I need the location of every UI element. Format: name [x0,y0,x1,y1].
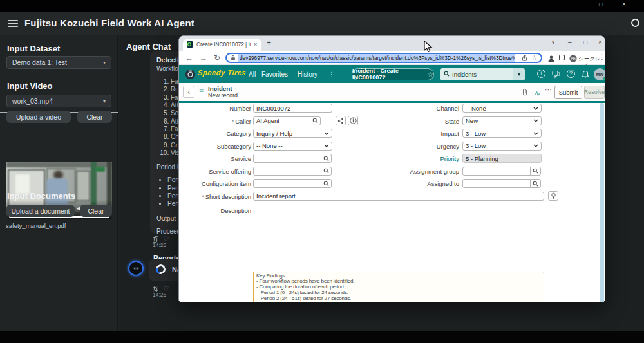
assignment-group-lookup-icon[interactable] [530,167,541,176]
brand-logo-icon[interactable] [185,69,196,82]
browser-toolbar: ← → ↻ dev296977.service-now.com/now/nav/… [179,51,605,65]
form-scrollbar[interactable] [600,103,604,303]
address-bar[interactable]: dev296977.service-now.com/now/nav/ui/cla… [225,53,542,64]
reload-icon[interactable]: ↻ [214,53,220,62]
video-select-value: work_03.mp4 [12,97,53,105]
hamburger-icon[interactable] [8,20,18,27]
nav-all[interactable]: All [249,71,256,78]
maximize-icon[interactable]: □ [583,39,587,46]
search-scope-caret[interactable]: ▾ [513,68,525,80]
nav-more-icon[interactable]: ⋮ [328,71,335,78]
priority-link[interactable]: Priority [440,155,459,162]
more-actions-icon[interactable]: ⋯ [545,86,552,94]
loading-spinner-icon [155,263,167,276]
app-title: Fujitsu Kozuchi Field Work AI Agent [24,17,194,28]
video-select[interactable]: work_03.mp4 ▾ [6,95,111,107]
urgency-select[interactable]: 3 - Low [462,142,542,151]
window-menu-icon[interactable]: ∨ [551,39,555,45]
back-icon[interactable]: ← [185,53,193,62]
bookmark-star-icon[interactable]: ☆ [531,54,537,61]
servicenow-header: Speedy Tires All Favorites History ⋮ Inc… [179,65,605,83]
nav-favorites[interactable]: Favorites [261,71,288,78]
service-offering-input[interactable] [253,167,321,176]
suggestion-lightbulb-icon[interactable] [548,191,558,201]
configuration-item-lookup-icon[interactable] [321,179,332,188]
configuration-item-input[interactable] [253,179,321,188]
side-panel-icon[interactable] [559,55,565,60]
profile-icon[interactable] [547,53,555,65]
status-ring-icon [631,19,639,27]
minimize-icon[interactable]: – [573,1,583,8]
state-select[interactable]: New [462,116,542,125]
clear-document-button[interactable]: Clear [80,205,112,217]
caller-lookup-icon[interactable] [310,116,321,125]
category-select[interactable]: Inquiry / Help [253,129,332,138]
field-label-assigned-to: Assigned to [388,180,459,187]
document-name: safety_manual_en.pdf [6,222,66,229]
brand-name[interactable]: Speedy Tires [197,69,246,77]
os-bottom-bar [0,331,644,343]
global-search[interactable]: Incidents ▾ [440,68,525,80]
close-icon[interactable]: × [598,39,602,46]
channel-select[interactable]: -- None -- [462,104,542,113]
paperclip-icon[interactable] [522,88,528,99]
video-frame-detail [76,171,90,201]
subcategory-select[interactable]: -- None -- [253,142,332,151]
bot-face-icon [133,267,139,270]
activity-icon[interactable] [534,88,541,100]
maximize-icon[interactable]: □ [596,1,606,8]
service-offering-lookup-icon[interactable] [321,167,332,176]
help-icon[interactable]: ? [567,70,575,78]
resolve-button[interactable]: Resolve [584,86,605,99]
notifications-bell-icon[interactable] [582,70,589,81]
tab-close-icon[interactable]: × [254,41,257,48]
submit-button[interactable]: Submit [554,86,582,99]
field-label-impact: Impact [388,130,459,137]
context-pill[interactable]: Incident - Create INC0010072 ☆ [352,68,434,80]
search-field[interactable]: Incidents [440,68,513,80]
assigned-to-input[interactable] [462,179,531,188]
service-lookup-icon[interactable] [321,154,332,163]
browser-menu-icon[interactable]: ⋮ [599,53,605,60]
favorite-star-icon[interactable]: ☆ [428,71,433,78]
user-avatar[interactable]: MW [594,68,605,80]
browser-window: Create INC0010072 | Incident | S × + ∨ –… [178,35,605,302]
dataset-select[interactable]: Demo data 1: Test ▾ [6,56,111,69]
assignment-group-input[interactable] [462,167,531,176]
os-title-bar: – □ × [0,0,644,12]
caller-input[interactable]: AI Agent [253,116,310,125]
incognito-icon [569,53,577,65]
field-label-urgency: Urgency [388,143,459,150]
upload-document-button[interactable]: Upload a document [6,205,75,217]
close-icon[interactable]: × [619,1,629,8]
search-icon [444,71,450,78]
minimize-icon[interactable]: – [568,39,572,46]
input-video-heading: Input Video [7,81,53,91]
share-icon[interactable] [522,52,527,64]
mandatory-icon: * [232,118,234,125]
incident-form: Number INC0010072 *Caller AI Agent Categ… [179,103,605,303]
chevron-down-icon [533,144,538,147]
service-input[interactable] [253,154,321,163]
dataset-select-value: Demo data 1: Test [12,59,67,66]
form-context-menu-icon[interactable]: ≡ [199,87,204,96]
impact-select[interactable]: 3 - Low [462,129,542,138]
short-description-input[interactable]: Incident report [253,192,544,201]
add-icon[interactable]: + [537,70,545,78]
mouse-cursor [424,41,433,56]
chat-icon[interactable] [552,70,560,81]
description-textarea[interactable]: Key Findings: - Four workflow periods ha… [253,272,544,303]
new-tab-icon[interactable]: + [267,39,271,48]
browser-tab[interactable]: Create INC0010072 | Incident | S × [183,39,261,51]
assigned-to-lookup-icon[interactable] [530,179,541,188]
field-label-priority: Priority [388,155,459,162]
caller-preview-icon[interactable] [336,116,346,125]
clear-video-button[interactable]: Clear [77,111,112,123]
caller-info-icon[interactable] [348,116,358,125]
upload-video-button[interactable]: Upload a video [6,111,71,123]
nav-history[interactable]: History [298,71,317,78]
back-button[interactable]: ‹ [183,86,194,98]
number-input[interactable]: INC0010072 [253,104,332,113]
forward-icon[interactable]: → [200,53,207,62]
timestamp: 14:25 [153,242,166,248]
